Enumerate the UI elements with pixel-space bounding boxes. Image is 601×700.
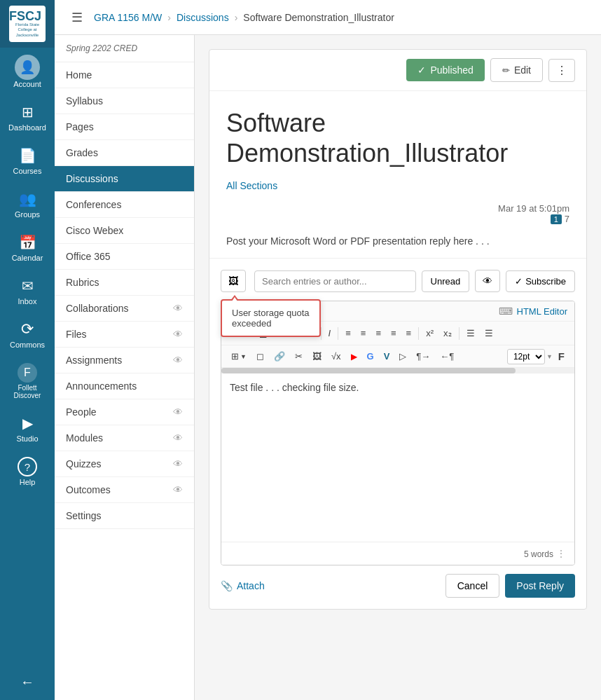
- sidebar-item-account[interactable]: 👤 Account: [0, 48, 55, 95]
- toolbar-divider: [459, 327, 460, 340]
- table-icon: ⊞: [231, 351, 239, 362]
- course-nav-home[interactable]: Home: [55, 62, 194, 88]
- fullscreen-button[interactable]: F: [554, 348, 569, 364]
- sidebar-item-inbox[interactable]: ✉ Inbox: [0, 269, 55, 313]
- storage-quota-tooltip: User storage quota exceeded: [221, 299, 321, 337]
- course-nav-rubrics[interactable]: Rubrics: [55, 270, 194, 296]
- voice-button[interactable]: V: [380, 349, 394, 364]
- all-sections-badge[interactable]: All Sections: [226, 180, 277, 191]
- sidebar-item-calendar[interactable]: 📅 Calendar: [0, 226, 55, 269]
- toolbar-divider: [338, 327, 338, 340]
- edit-button[interactable]: ✏ Edit: [490, 58, 543, 82]
- paperclip-icon: 📎: [221, 580, 233, 591]
- course-nav-discussions[interactable]: Discussions: [55, 166, 194, 192]
- toolbar-divider: [418, 327, 419, 340]
- media-button[interactable]: ◻: [252, 349, 268, 364]
- unlink-button[interactable]: ✂: [291, 349, 307, 364]
- video-button[interactable]: ▷: [395, 349, 410, 364]
- help-icon: ?: [18, 457, 37, 476]
- app-logo: FSCJ Florida State College at Jacksonvil…: [0, 0, 55, 48]
- eye-icon: 👁: [173, 355, 183, 366]
- eye-icon: 👁: [173, 406, 183, 418]
- sidebar-item-studio[interactable]: ▶ Studio: [0, 406, 55, 450]
- toolbar-divider: [321, 327, 322, 340]
- breadcrumb-sep-1: ›: [167, 12, 171, 23]
- eye-filter-button[interactable]: 👁: [475, 270, 500, 292]
- course-nav-cisco-webex[interactable]: Cisco Webex: [55, 218, 194, 244]
- align-left-button[interactable]: ≡: [341, 326, 355, 341]
- discussion-action-bar: ✓ Published ✏ Edit ⋮: [209, 50, 586, 91]
- course-nav-modules[interactable]: Modules 👁: [55, 425, 194, 451]
- google-button[interactable]: G: [363, 349, 378, 364]
- cancel-button[interactable]: Cancel: [445, 574, 500, 598]
- numbered-list-button[interactable]: ☰: [481, 326, 497, 341]
- indent-button[interactable]: ≡: [402, 326, 416, 341]
- search-input[interactable]: [254, 270, 416, 292]
- math-button[interactable]: √x: [327, 349, 345, 364]
- align-justify-button[interactable]: ≡: [387, 326, 401, 341]
- tooltip-container: 🖼 User storage quota exceeded: [221, 270, 249, 292]
- course-nav-assignments[interactable]: Assignments 👁: [55, 348, 194, 373]
- post-reply-button[interactable]: Post Reply: [505, 574, 575, 598]
- attach-button[interactable]: 📎 Attach: [221, 580, 265, 591]
- font-size-select[interactable]: 12pt 10pt 14pt 18pt: [507, 349, 545, 364]
- course-nav-quizzes[interactable]: Quizzes 👁: [55, 451, 194, 477]
- check-icon: ✓: [417, 64, 426, 76]
- sidebar-item-commons[interactable]: ⟳ Commons: [0, 313, 55, 356]
- more-options-button[interactable]: ⋮: [548, 59, 575, 82]
- sidebar-item-groups[interactable]: 👥 Groups: [0, 182, 55, 226]
- youtube-button[interactable]: ▶: [347, 350, 361, 364]
- rtl-button[interactable]: ←¶: [436, 349, 458, 364]
- course-nav-syllabus[interactable]: Syllabus: [55, 88, 194, 114]
- align-right-button[interactable]: ≡: [371, 326, 385, 341]
- editor-content-area[interactable]: Test file . . . checking file size.: [221, 373, 574, 542]
- breadcrumb-section[interactable]: Discussions: [177, 12, 229, 23]
- collapse-icon: ←: [18, 672, 37, 692]
- published-button[interactable]: ✓ Published: [406, 59, 485, 81]
- collapse-nav-button[interactable]: ←: [0, 665, 55, 700]
- image-button[interactable]: 🖼: [308, 349, 326, 364]
- unread-filter-button[interactable]: Unread: [422, 270, 470, 292]
- align-center-button[interactable]: ≡: [357, 326, 371, 341]
- course-nav-outcomes[interactable]: Outcomes 👁: [55, 477, 194, 503]
- post-counts: 1 7: [551, 214, 569, 224]
- dashboard-label: Dashboard: [8, 123, 46, 132]
- course-nav-people[interactable]: People 👁: [55, 399, 194, 425]
- bullet-list-button[interactable]: ☰: [462, 326, 479, 341]
- help-label: Help: [20, 478, 36, 486]
- link-button[interactable]: 🔗: [270, 349, 289, 364]
- subscribe-button[interactable]: ✓ Subscribe: [506, 270, 575, 292]
- inbox-label: Inbox: [18, 297, 37, 306]
- sidebar-item-courses[interactable]: 📄 Courses: [0, 139, 55, 182]
- course-nav-files[interactable]: Files 👁: [55, 322, 194, 348]
- editor-horizontal-scrollbar[interactable]: [221, 368, 574, 373]
- commons-icon: ⟳: [18, 320, 37, 339]
- superscript-button[interactable]: x²: [422, 326, 438, 341]
- course-nav-announcements[interactable]: Announcements: [55, 373, 194, 399]
- dropdown-icon: ▼: [240, 353, 247, 360]
- course-nav-conferences[interactable]: Conferences: [55, 192, 194, 218]
- resize-handle[interactable]: ⋮: [556, 548, 566, 559]
- search-bar-row: 🖼 User storage quota exceeded Unread 👁 ✓…: [221, 270, 575, 292]
- course-nav-settings[interactable]: Settings: [55, 503, 194, 529]
- italic-btn2[interactable]: I: [324, 326, 336, 341]
- course-nav-office365[interactable]: Office 365: [55, 244, 194, 270]
- breadcrumb-course[interactable]: GRA 1156 M/W: [94, 12, 162, 23]
- editor-text: Test file . . . checking file size.: [230, 382, 359, 393]
- course-nav-grades[interactable]: Grades: [55, 140, 194, 166]
- subscript-button[interactable]: x₂: [439, 326, 456, 341]
- hamburger-button[interactable]: ☰: [66, 7, 88, 28]
- breadcrumb-sep-2: ›: [235, 12, 238, 23]
- sidebar-item-follett[interactable]: F FollettDiscover: [0, 356, 55, 406]
- html-editor-link[interactable]: HTML Editor: [517, 306, 567, 317]
- sidebar-item-help[interactable]: ? Help: [0, 450, 55, 493]
- sidebar-item-dashboard[interactable]: ⊞ Dashboard: [0, 95, 55, 139]
- check-icon: ✓: [515, 276, 523, 287]
- tooltip-line2: exceeded: [232, 318, 271, 329]
- attach-icon-button[interactable]: 🖼: [221, 270, 246, 292]
- course-nav-collaborations[interactable]: Collaborations 👁: [55, 296, 194, 322]
- table-button[interactable]: ⊞ ▼: [227, 349, 251, 364]
- pencil-icon: ✏: [502, 65, 510, 76]
- course-nav-pages[interactable]: Pages: [55, 114, 194, 140]
- ltr-button[interactable]: ¶→: [412, 349, 434, 364]
